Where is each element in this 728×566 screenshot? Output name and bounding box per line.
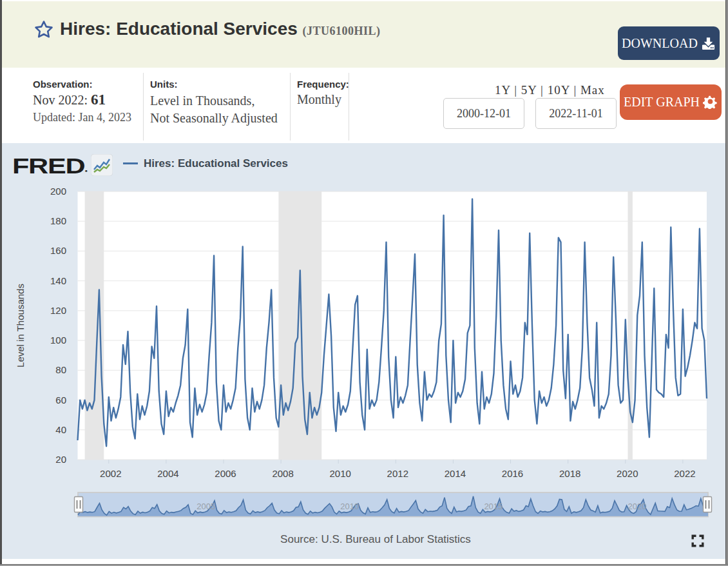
svg-text:2012: 2012 — [387, 468, 408, 479]
svg-text:200: 200 — [50, 186, 66, 197]
svg-text:2010: 2010 — [340, 502, 359, 511]
svg-text:2018: 2018 — [559, 468, 580, 479]
svg-text:2002: 2002 — [100, 468, 121, 479]
svg-text:20: 20 — [55, 454, 66, 465]
svg-text:2015: 2015 — [484, 502, 503, 511]
svg-text:2006: 2006 — [215, 468, 236, 479]
svg-text:40: 40 — [55, 424, 66, 435]
svg-text:2004: 2004 — [157, 468, 178, 479]
svg-text:180: 180 — [50, 215, 66, 226]
svg-text:2016: 2016 — [502, 468, 523, 479]
svg-text:2022: 2022 — [674, 468, 695, 479]
svg-text:2010: 2010 — [330, 468, 351, 479]
svg-text:60: 60 — [55, 395, 66, 405]
svg-text:2005: 2005 — [196, 502, 215, 511]
svg-text:100: 100 — [50, 335, 66, 346]
svg-text:120: 120 — [50, 305, 66, 316]
svg-text:2014: 2014 — [445, 468, 466, 479]
svg-text:2020: 2020 — [628, 502, 647, 511]
svg-text:160: 160 — [50, 245, 66, 256]
svg-text:2020: 2020 — [617, 468, 638, 479]
svg-text:80: 80 — [55, 364, 66, 375]
svg-text:Level in Thousands: Level in Thousands — [15, 284, 26, 367]
svg-text:140: 140 — [50, 275, 66, 286]
svg-text:2008: 2008 — [272, 468, 293, 479]
